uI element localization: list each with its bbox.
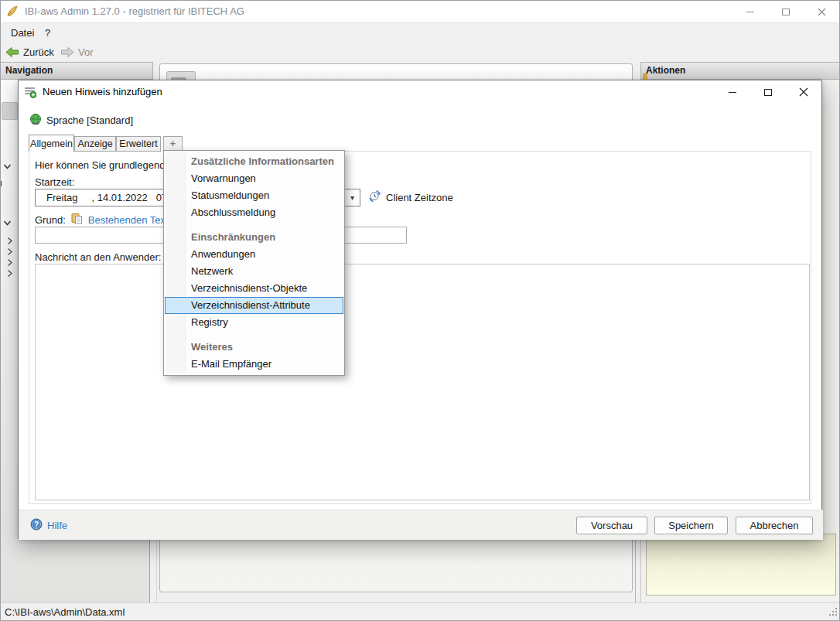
main-menubar: Datei ? (0, 23, 840, 43)
minimize-icon (729, 92, 736, 93)
dialog-neuen-hinweis: Neuen Hinweis hinzufügen Sprache [Standa… (18, 80, 822, 539)
menu-item-datei[interactable]: Datei (11, 23, 34, 43)
forward-button-label: Vor (78, 46, 94, 58)
back-arrow-icon (5, 46, 19, 58)
actions-panel-header: Aktionen (640, 62, 840, 80)
language-selector[interactable]: Sprache [Standard] (29, 113, 133, 128)
actions-icon-sliver (643, 73, 647, 80)
back-button-label: Zurück (23, 46, 54, 58)
chevron-right-icon[interactable] (5, 236, 14, 247)
menu-item[interactable]: Netzwerk (165, 263, 343, 280)
menu-group-header: Einschränkungen (165, 229, 343, 246)
tab-anzeige[interactable]: Anzeige (74, 136, 116, 152)
menu-group-header: Weiteres (165, 339, 343, 356)
menu-group-header: Zusätzliche Informationsarten (165, 153, 343, 170)
client-timezone-toggle[interactable]: Client Zeitzone (368, 189, 453, 205)
dialog-window-controls (715, 80, 821, 104)
chevron-right-icon[interactable] (5, 268, 14, 280)
tab-erweitert[interactable]: Erweitert (116, 136, 161, 152)
menu-gap (165, 331, 343, 339)
menu-item[interactable]: Registry (165, 314, 343, 331)
chevron-down-icon: ▾ (350, 193, 354, 202)
help-link[interactable]: ? Hilfe (30, 518, 67, 533)
maximize-icon (782, 9, 790, 15)
paste-icon[interactable] (71, 213, 83, 227)
dialog-footer: ? Hilfe Vorschau Speichern Abbrechen (19, 510, 823, 540)
dialog-titlebar[interactable]: Neuen Hinweis hinzufügen (19, 80, 821, 104)
menu-item[interactable]: Verzeichnisdienst-Objekte (165, 280, 343, 297)
menu-gap (165, 221, 343, 229)
menu-item[interactable]: Verzeichnisdienst-Attribute (165, 297, 343, 314)
back-button[interactable]: Zurück (5, 43, 54, 61)
chevron-right-icon[interactable] (5, 258, 14, 269)
maximize-icon (764, 89, 772, 96)
actions-notes-box (646, 534, 836, 595)
navigation-panel-header: Navigation (0, 62, 153, 80)
nav-toolbar-button[interactable] (2, 102, 18, 120)
main-window-controls (732, 0, 839, 23)
nav-marker (0, 181, 2, 186)
menu-item[interactable]: Abschlussmeldung (165, 204, 343, 221)
globe-icon (29, 113, 42, 128)
info-type-menu: Zusätzliche InformationsartenVorwarnunge… (163, 150, 345, 376)
main-toolbar: Zurück Vor (0, 43, 840, 61)
message-label: Nachricht an den Anwender: (35, 251, 161, 263)
menu-item[interactable]: Anwendungen (165, 246, 343, 263)
save-button[interactable]: Speichern (654, 517, 728, 534)
dialog-maximize-button[interactable] (750, 80, 786, 104)
close-button[interactable] (804, 0, 839, 23)
chevron-down-icon[interactable] (2, 162, 12, 174)
forward-button[interactable]: Vor (60, 43, 94, 61)
timezone-label: Client Zeitzone (386, 192, 453, 203)
message-row: Nachricht an den Anwender: (35, 250, 177, 264)
statusbar: C:\IBI-aws\Admin\Data.xml (0, 602, 840, 621)
dialog-minimize-button[interactable] (715, 80, 750, 104)
menu-item[interactable]: E-Mail Empfänger (165, 356, 343, 373)
reason-label: Grund: (35, 214, 66, 226)
app-icon (6, 5, 19, 20)
preview-button[interactable]: Vorschau (576, 517, 647, 534)
minimize-icon (746, 12, 754, 12)
start-time-value: Freitag , 14.01.2022 07:09 (36, 189, 181, 206)
main-window-title: IBI-aws Admin 1.27.0 - registriert für I… (25, 0, 244, 23)
start-time-label: Startzeit: (35, 176, 74, 188)
add-notice-icon (24, 86, 36, 101)
help-label: Hilfe (47, 520, 67, 531)
svg-text:?: ? (34, 520, 39, 529)
menu-item[interactable]: Vorwarnungen (165, 170, 343, 187)
chevron-right-icon[interactable] (5, 247, 14, 258)
resize-grip-icon[interactable] (829, 607, 838, 619)
timezone-clock-icon (368, 189, 381, 205)
message-textarea[interactable] (35, 264, 810, 500)
menu-items: Zusätzliche InformationsartenVorwarnunge… (165, 153, 343, 373)
dialog-close-button[interactable] (786, 80, 821, 104)
main-titlebar[interactable]: IBI-aws Admin 1.27.0 - registriert für I… (0, 0, 840, 23)
minimize-button[interactable] (732, 0, 768, 23)
close-icon (799, 87, 808, 97)
language-label: Sprache [Standard] (46, 114, 133, 126)
maximize-button[interactable] (768, 0, 804, 23)
menu-item-help[interactable]: ? (45, 23, 50, 43)
cancel-button[interactable]: Abbrechen (736, 517, 813, 534)
date-dropdown-button[interactable]: ▾ (344, 189, 360, 206)
help-icon: ? (30, 518, 43, 533)
chevron-down-icon[interactable] (2, 218, 12, 230)
menu-item[interactable]: Statusmeldungen (165, 187, 343, 204)
close-icon (818, 8, 826, 16)
tab-intro-text: Hier können Sie grundlegende Ei (35, 159, 183, 171)
statusbar-path: C:\IBI-aws\Admin\Data.xml (5, 603, 125, 621)
forward-arrow-icon (60, 46, 74, 58)
add-tab-button[interactable]: + (163, 136, 183, 152)
tab-allgemein[interactable]: Allgemein (29, 135, 74, 152)
dialog-title: Neuen Hinweis hinzufügen (43, 80, 162, 104)
